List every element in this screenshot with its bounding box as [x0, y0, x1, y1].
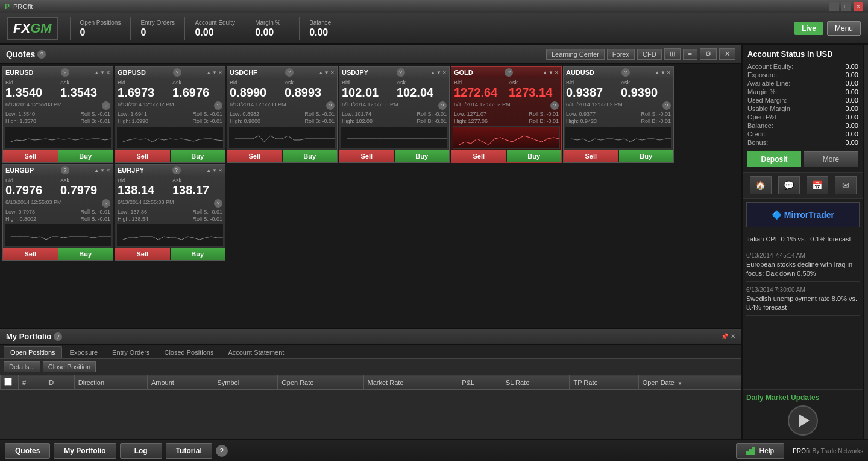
eurjpy-up[interactable]: ▲ [206, 168, 211, 173]
eurgbp-close[interactable]: ✕ [106, 168, 110, 173]
audusd-stat-help[interactable]: ? [662, 101, 671, 110]
eurjpy-down[interactable]: ▼ [212, 168, 217, 173]
col-market-rate[interactable]: Market Rate [363, 375, 458, 390]
menu-button[interactable]: Menu [827, 21, 861, 36]
eurusd-buy[interactable]: Buy [58, 150, 113, 162]
calendar-icon-btn[interactable]: 📅 [807, 176, 828, 194]
audusd-help[interactable]: ? [621, 68, 630, 77]
col-checkbox[interactable] [1, 375, 19, 390]
portfolio-table-wrap[interactable]: # ID Direction Amount Symbol Open Rate M… [0, 375, 741, 390]
eurusd-help[interactable]: ? [61, 68, 69, 77]
quotes-help-icon[interactable]: ? [37, 50, 46, 59]
close-position-button[interactable]: Close Position [43, 361, 96, 372]
usdjpy-up[interactable]: ▲ [430, 70, 435, 75]
usdjpy-sell[interactable]: Sell [339, 150, 395, 162]
col-sl-rate[interactable]: SL Rate [502, 375, 570, 390]
gbpusd-buy[interactable]: Buy [171, 150, 225, 162]
tab-exposure[interactable]: Exposure [63, 346, 104, 358]
live-button[interactable]: Live [794, 22, 823, 35]
mirror-trader-banner[interactable]: 🔷 MirrorTrader [746, 202, 860, 227]
close-quotes-button[interactable]: ✕ [719, 48, 735, 60]
portfolio-help[interactable]: ? [54, 332, 62, 341]
select-all-checkbox[interactable] [4, 378, 12, 386]
audusd-close[interactable]: ✕ [667, 70, 671, 75]
col-open-date[interactable]: Open Date ▼ [638, 375, 741, 390]
more-button[interactable]: More [804, 151, 858, 167]
eurusd-close[interactable]: ✕ [106, 70, 110, 75]
eurusd-sell[interactable]: Sell [3, 150, 58, 162]
portfolio-close[interactable]: ✕ [731, 333, 735, 340]
col-hash[interactable]: # [19, 375, 43, 390]
usdjpy-close[interactable]: ✕ [442, 70, 447, 75]
play-button[interactable] [788, 405, 818, 436]
gold-sell[interactable]: Sell [451, 150, 507, 162]
gbpusd-up[interactable]: ▲ [206, 70, 211, 75]
tab-open-positions[interactable]: Open Positions [4, 346, 62, 358]
usdjpy-stat-help[interactable]: ? [438, 101, 447, 110]
gold-help[interactable]: ? [505, 68, 513, 77]
tab-entry-orders[interactable]: Entry Orders [105, 346, 156, 358]
col-id[interactable]: ID [43, 375, 75, 390]
gold-stat-help[interactable]: ? [550, 101, 559, 110]
close-button[interactable]: ✕ [854, 2, 863, 11]
eurjpy-help[interactable]: ? [172, 166, 181, 174]
eurgbp-buy[interactable]: Buy [58, 248, 113, 260]
usdchf-stat-help[interactable]: ? [326, 101, 335, 110]
usdchf-up[interactable]: ▲ [318, 70, 323, 75]
home-icon-btn[interactable]: 🏠 [750, 176, 772, 194]
audusd-down[interactable]: ▼ [661, 70, 665, 75]
eurusd-down[interactable]: ▼ [100, 70, 105, 75]
sidebar-scrollbar[interactable] [863, 45, 868, 439]
col-pnl[interactable]: P&L [458, 375, 502, 390]
mail-icon-btn[interactable]: ✉ [835, 176, 857, 194]
gbpusd-help[interactable]: ? [173, 68, 181, 77]
help-button[interactable]: Help [736, 443, 785, 459]
col-tp-rate[interactable]: TP Rate [570, 375, 638, 390]
usdchf-help[interactable]: ? [285, 68, 294, 77]
gold-buy[interactable]: Buy [507, 150, 562, 162]
eurusd-stat-help[interactable]: ? [102, 101, 110, 110]
gold-up[interactable]: ▲ [542, 70, 547, 75]
eurgbp-sell[interactable]: Sell [3, 248, 58, 260]
tab-account-statement[interactable]: Account Statement [221, 346, 291, 358]
gbpusd-close[interactable]: ✕ [218, 70, 222, 75]
gbpusd-stat-help[interactable]: ? [214, 101, 222, 110]
gbpusd-down[interactable]: ▼ [212, 70, 217, 75]
chart-view-button[interactable]: ⊞ [664, 48, 681, 60]
audusd-buy[interactable]: Buy [619, 150, 674, 162]
eurjpy-buy[interactable]: Buy [171, 248, 225, 260]
details-button[interactable]: Details... [4, 361, 40, 372]
log-nav-button[interactable]: Log [120, 443, 162, 459]
portfolio-pin[interactable]: 📌 [721, 333, 728, 340]
gbpusd-sell[interactable]: Sell [115, 150, 171, 162]
usdjpy-help[interactable]: ? [397, 68, 405, 77]
gold-close[interactable]: ✕ [555, 70, 559, 75]
eurgbp-help[interactable]: ? [61, 166, 69, 174]
deposit-button[interactable]: Deposit [747, 151, 801, 167]
audusd-sell[interactable]: Sell [564, 150, 619, 162]
usdjpy-down[interactable]: ▼ [436, 70, 441, 75]
eurusd-up[interactable]: ▲ [94, 70, 99, 75]
help-question-button[interactable]: ? [216, 445, 228, 457]
maximize-button[interactable]: □ [841, 2, 851, 11]
tab-closed-positions[interactable]: Closed Positions [157, 346, 220, 358]
chat-icon-btn[interactable]: 💬 [778, 176, 800, 194]
tutorial-nav-button[interactable]: Tutorial [166, 443, 212, 459]
eurgbp-down[interactable]: ▼ [100, 168, 105, 173]
audusd-up[interactable]: ▲ [655, 70, 659, 75]
quotes-scroll[interactable]: EURUSD ? ▲ ▼ ✕ Bid 1.3540 [0, 64, 741, 328]
list-view-button[interactable]: ≡ [683, 49, 697, 60]
learning-center-button[interactable]: Learning Center [546, 49, 605, 60]
quotes-nav-button[interactable]: Quotes [5, 443, 50, 459]
eurjpy-sell[interactable]: Sell [115, 248, 171, 260]
usdchf-sell[interactable]: Sell [227, 150, 283, 162]
minimize-button[interactable]: – [829, 2, 839, 11]
eurjpy-stat-help[interactable]: ? [214, 199, 222, 208]
col-amount[interactable]: Amount [147, 375, 213, 390]
settings-button[interactable]: ⚙ [700, 48, 717, 60]
cfd-button[interactable]: CFD [637, 49, 662, 60]
eurgbp-stat-help[interactable]: ? [102, 199, 110, 208]
forex-button[interactable]: Forex [607, 49, 635, 60]
eurgbp-up[interactable]: ▲ [94, 168, 99, 173]
col-open-rate[interactable]: Open Rate [278, 375, 363, 390]
